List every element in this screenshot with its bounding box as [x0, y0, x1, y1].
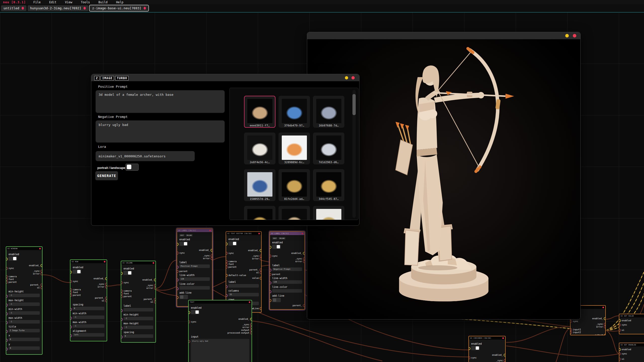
orientation-toggle[interactable] [126, 164, 139, 171]
node-port[interactable] [105, 286, 107, 288]
node-titlebar[interactable]: UI ROW [70, 260, 107, 263]
node-port[interactable] [269, 246, 271, 249]
gallery-item[interactable]: 344cf545-87… [313, 169, 344, 201]
label-input[interactable]: Positive Prompt [179, 264, 210, 268]
add-line-checkbox[interactable] [179, 295, 188, 299]
node-port[interactable] [121, 309, 123, 312]
node-port[interactable] [303, 252, 305, 255]
node-port[interactable] [70, 326, 72, 328]
gallery-item[interactable]: 2e8f4e56-4c… [244, 132, 275, 164]
enabled-checkbox[interactable] [191, 310, 199, 314]
viewer-titlebar[interactable] [307, 32, 580, 39]
menu-edit[interactable]: Edit [49, 1, 56, 4]
node-port[interactable] [269, 255, 271, 257]
turbo-titlebar[interactable]: ZIMAGETURBO [91, 74, 359, 81]
line-color-input[interactable] [272, 289, 302, 293]
negative-prompt-input[interactable]: blurry ugly bad [96, 120, 225, 143]
node-port[interactable] [260, 277, 262, 280]
graph-node[interactable]: TEXTenabledenabled_sync_syncerroroutputp… [188, 300, 252, 362]
node-port[interactable] [105, 299, 107, 302]
enabled-checkbox[interactable] [272, 245, 281, 249]
node-port[interactable] [70, 308, 72, 311]
enabled-checkbox[interactable] [124, 271, 132, 275]
node-port[interactable] [619, 329, 621, 332]
node-port[interactable] [41, 270, 43, 273]
spacing-input[interactable]: 0 [124, 334, 153, 338]
node-port[interactable] [269, 290, 271, 293]
node-port[interactable] [121, 281, 123, 284]
close-dot[interactable] [351, 76, 355, 79]
node-port[interactable] [250, 323, 252, 326]
node-titlebar[interactable]: UI CHECKBOX [30/30] [469, 336, 505, 340]
node-port[interactable] [269, 273, 271, 276]
node-port[interactable] [619, 348, 621, 351]
node-port[interactable] [121, 336, 123, 338]
node-port[interactable] [260, 271, 262, 274]
node-port[interactable] [619, 358, 621, 360]
node-port[interactable] [504, 354, 506, 356]
gallery-item[interactable]: 1580557d-29… [244, 169, 275, 201]
node-port[interactable] [226, 260, 228, 263]
graph-node[interactable]: UI WINDOWenabledenabled_sync_syncerrorca… [6, 246, 43, 355]
node-port[interactable] [303, 260, 305, 263]
node-port[interactable] [121, 295, 123, 298]
node-port[interactable] [468, 356, 470, 359]
node-port[interactable] [154, 284, 156, 287]
gallery-item[interactable]: 16b97688-7d… [313, 96, 344, 128]
node-port[interactable] [177, 252, 179, 254]
menu-tools[interactable]: Tools [81, 1, 90, 4]
node-port[interactable] [6, 258, 8, 260]
edit-button[interactable]: EDIT [179, 234, 185, 237]
node-port[interactable] [70, 280, 72, 283]
enabled-checkbox[interactable] [9, 256, 17, 261]
graph-node[interactable]: UI LABEL [30/31]EDITRELOADenabledenabled… [177, 228, 213, 307]
node-titlebar[interactable]: UI LABEL [30/31] [177, 229, 212, 232]
line-color-input[interactable] [179, 286, 210, 290]
node-port[interactable] [70, 294, 72, 297]
node-port[interactable] [226, 263, 228, 266]
node-titlebar[interactable]: TEXT [189, 300, 252, 304]
node-port[interactable] [41, 286, 43, 289]
gallery-item[interactable] [278, 206, 310, 220]
node-port[interactable] [604, 317, 606, 320]
node-port[interactable] [604, 323, 606, 326]
positive-prompt-input[interactable]: 3d model of a female archer, with base [96, 90, 225, 113]
node-port[interactable] [269, 282, 271, 284]
node-port[interactable] [226, 294, 228, 297]
minimize-dot[interactable] [565, 34, 569, 37]
lora-input[interactable] [96, 151, 195, 161]
node-port[interactable] [260, 307, 262, 310]
gallery-item[interactable]: eeed3011-f7… [244, 96, 275, 128]
graph-node[interactable]: UI ROWenabledenabled_sync_syncerrorcamer… [70, 259, 107, 341]
node-port[interactable] [250, 329, 252, 332]
node-port[interactable] [619, 352, 621, 355]
node-port[interactable] [41, 284, 43, 286]
node-titlebar[interactable]: UI SET ENABLED [619, 343, 644, 346]
menu-view[interactable]: View [65, 1, 72, 4]
node-port[interactable] [70, 271, 72, 274]
graph-node[interactable]: UI SET ENABLEDenabledsyncuiis-enabled [619, 343, 644, 362]
min-height-input[interactable]: -1 [9, 294, 40, 297]
menu-build[interactable]: Build [98, 1, 107, 4]
graph-node[interactable]: UI CHECKBOX [30/30]enabledenabled_sync_s… [468, 336, 506, 362]
gallery-item[interactable]: 370db479-97… [278, 96, 310, 128]
node-port[interactable] [269, 269, 271, 272]
node-port[interactable] [604, 334, 606, 335]
label-input[interactable]: Negative Prompt [272, 267, 302, 271]
tab[interactable]: z-image-base-ui.neu[7693] [90, 5, 148, 11]
node-port[interactable] [570, 320, 572, 323]
node-port[interactable] [6, 348, 8, 350]
node-port[interactable] [188, 321, 190, 323]
min-width-input[interactable]: -1 [9, 311, 40, 315]
node-port[interactable] [6, 304, 8, 306]
max-width-input[interactable]: -1 [9, 320, 40, 324]
node-port[interactable] [121, 272, 123, 275]
enabled-checkbox[interactable] [73, 269, 81, 274]
max-height-input[interactable]: -1 [9, 302, 40, 306]
node-port[interactable] [6, 295, 8, 298]
node-titlebar[interactable]: UI WINDOW [6, 247, 42, 250]
node-port[interactable] [177, 279, 179, 281]
label-input[interactable] [124, 308, 153, 311]
node-port[interactable] [226, 266, 228, 268]
gallery-item[interactable]: 81fe2dd4-ad… [278, 169, 310, 201]
